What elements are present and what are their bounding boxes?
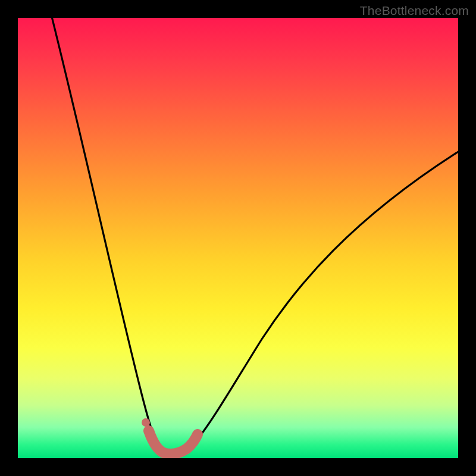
watermark-text: TheBottleneck.com bbox=[360, 4, 469, 18]
chart-frame: TheBottleneck.com bbox=[0, 0, 476, 476]
bottleneck-curve bbox=[51, 18, 458, 454]
plot-area bbox=[18, 18, 458, 458]
bottleneck-curve-svg bbox=[18, 18, 458, 458]
marker-dot bbox=[142, 418, 150, 427]
highlight-band bbox=[149, 431, 198, 454]
